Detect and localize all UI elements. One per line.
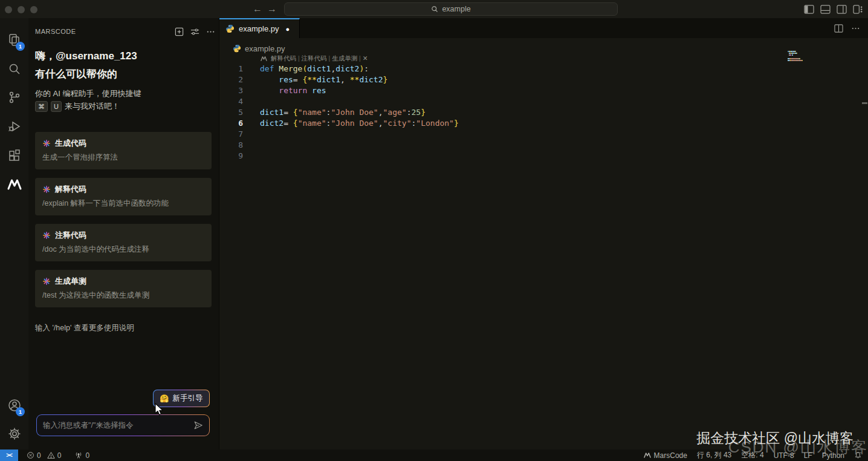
watermark-juejin: 掘金技术社区 @山水博客 xyxy=(696,429,853,448)
sparkle-icon xyxy=(42,139,51,148)
card-title: 生成单测 xyxy=(55,276,86,287)
breadcrumb[interactable]: example.py xyxy=(233,42,285,54)
warning-count: 0 xyxy=(57,451,62,460)
tab-modified-dot[interactable]: ● xyxy=(285,25,290,33)
panel-header: MARSCODE xyxy=(35,25,213,38)
sparkle-icon xyxy=(42,185,51,194)
tab-bar: example.py ● xyxy=(219,18,868,38)
card-title: 生成代码 xyxy=(55,138,86,149)
run-debug-icon[interactable] xyxy=(0,113,28,140)
account-icon[interactable]: 1 xyxy=(0,392,28,419)
activity-bar: 1 1 xyxy=(0,18,28,450)
breadcrumb-filename: example.py xyxy=(245,44,285,53)
line-number: 9 xyxy=(219,151,243,162)
source-control-icon[interactable] xyxy=(0,84,28,111)
card-desc: /test 为这段选中的函数生成单测 xyxy=(42,290,204,301)
card-desc: /doc 为当前选中的代码生成注释 xyxy=(42,244,204,255)
line-number: 5 xyxy=(219,107,243,118)
editor-more-actions-icon[interactable] xyxy=(848,22,863,35)
code-line-9: 9 xyxy=(219,151,763,162)
error-count: 0 xyxy=(37,451,41,460)
code-line-2: 2 res= {**dict1, **dict2} xyxy=(219,74,763,85)
sparkle-icon xyxy=(42,277,51,286)
code-lines[interactable]: 1def Merge(dict1,dict2):2 res= {**dict1,… xyxy=(219,64,763,162)
prompt-cards: 生成代码生成一个冒泡排序算法解释代码/explain 解释一下当前选中函数的功能… xyxy=(35,132,212,316)
split-editor-icon[interactable] xyxy=(831,22,846,35)
command-search-box[interactable]: example xyxy=(284,2,618,16)
settings-gear-icon[interactable] xyxy=(0,420,28,447)
code-line-8: 8 xyxy=(219,140,763,151)
prompt-card-3[interactable]: 生成单测/test 为这段选中的函数生成单测 xyxy=(35,270,212,307)
line-number: 6 xyxy=(219,118,243,129)
tab-example-py[interactable]: example.py ● xyxy=(219,18,300,38)
tab-filename: example.py xyxy=(239,24,279,33)
code-line-1: 1def Merge(dict1,dict2): xyxy=(219,64,763,74)
extensions-icon[interactable] xyxy=(0,142,28,169)
customize-layout-icon[interactable] xyxy=(850,2,865,16)
search-sidebar-icon[interactable] xyxy=(0,56,28,82)
line-number: 4 xyxy=(219,96,243,107)
card-desc: /explain 解释一下当前选中函数的功能 xyxy=(42,198,204,209)
window-close-button[interactable] xyxy=(5,6,12,13)
window-zoom-button[interactable] xyxy=(30,6,37,13)
codelens-link-1[interactable]: 注释代码 xyxy=(302,54,327,62)
prompt-card-2[interactable]: 注释代码/doc 为当前选中的代码生成注释 xyxy=(35,224,212,261)
codelens-link-0[interactable]: 解释代码 xyxy=(271,54,296,62)
title-bar: ← → example xyxy=(0,0,868,18)
ports-indicator[interactable]: 0 xyxy=(74,451,89,460)
nav-forward-button[interactable]: → xyxy=(265,2,279,16)
code-line-7: 7 xyxy=(219,129,763,140)
card-title: 注释代码 xyxy=(55,230,86,241)
problems-indicator[interactable]: 0 0 xyxy=(27,451,61,460)
overview-ruler-marker xyxy=(862,102,867,104)
marscode-lens-icon xyxy=(260,56,268,62)
more-actions-icon[interactable] xyxy=(204,25,216,38)
toggle-panel-icon[interactable] xyxy=(818,2,832,16)
card-title: 解释代码 xyxy=(55,184,86,195)
shortcut-key-cmd: ⌘ xyxy=(35,101,48,112)
python-icon xyxy=(225,24,235,33)
send-icon[interactable] xyxy=(193,420,203,430)
code-line-6: 6dict2= {"name":"John Doe","city":"Londo… xyxy=(219,118,763,129)
prompt-card-0[interactable]: 生成代码生成一个冒泡排序算法 xyxy=(35,132,212,169)
help-hint: 输入 '/help' 查看更多使用说明 xyxy=(35,323,134,333)
editor-area[interactable]: example.py ● example.py 解释代码 | 注释代码 | 生成… xyxy=(219,18,868,450)
nav-back-button[interactable]: ← xyxy=(250,2,265,16)
prompt-card-1[interactable]: 解释代码/explain 解释一下当前选中函数的功能 xyxy=(35,178,212,215)
code-line-3: 3 return res xyxy=(219,85,763,96)
codelens-links: 解释代码 | 注释代码 | 生成单测 | ✕ xyxy=(271,54,368,63)
marscode-icon[interactable] xyxy=(0,171,28,198)
code-line-5: 5dict1= {"name":"John Doe","age":25} xyxy=(219,107,763,118)
mouse-cursor xyxy=(154,403,164,416)
hug-emoji-icon: 🤗 xyxy=(160,394,169,403)
line-number: 2 xyxy=(219,74,243,85)
account-badge: 1 xyxy=(16,407,25,416)
search-value: example xyxy=(442,5,470,13)
explorer-icon[interactable]: 1 xyxy=(0,27,28,53)
remote-indicator[interactable]: >< xyxy=(0,450,18,461)
panel-title: MARSCODE xyxy=(35,28,76,35)
search-icon xyxy=(431,5,438,13)
ports-count: 0 xyxy=(85,451,89,460)
cursor-position[interactable]: 行 6, 列 43 xyxy=(697,450,731,460)
window-minimize-button[interactable] xyxy=(18,6,25,13)
filter-settings-icon[interactable] xyxy=(189,25,201,38)
codelens-link-2[interactable]: 生成单测 xyxy=(332,54,357,62)
toggle-sidebar-right-icon[interactable] xyxy=(834,2,849,16)
chat-input-placeholder: 输入消息或者"/"来选择指令 xyxy=(43,420,193,431)
greeting-line2: 有什么可以帮你的 xyxy=(35,67,117,81)
minimap[interactable] xyxy=(788,51,819,67)
codelens-close-icon[interactable]: ✕ xyxy=(363,54,368,62)
warning-icon xyxy=(47,451,55,459)
code-line-4: 4 xyxy=(219,96,763,107)
marscode-status-item[interactable]: MarsCode xyxy=(643,451,687,460)
sparkle-icon xyxy=(42,231,51,240)
card-desc: 生成一个冒泡排序算法 xyxy=(42,152,204,163)
radio-tower-icon xyxy=(74,451,83,459)
line-number: 1 xyxy=(219,64,243,74)
toggle-sidebar-left-icon[interactable] xyxy=(802,2,816,16)
assistant-hint-line2-text: 来与我对话吧！ xyxy=(65,101,120,112)
assistant-hint-line1: 你的 AI 编程助手，使用快捷键 xyxy=(35,88,141,99)
chat-input[interactable]: 输入消息或者"/"来选择指令 xyxy=(36,414,210,436)
new-chat-icon[interactable] xyxy=(173,25,185,38)
